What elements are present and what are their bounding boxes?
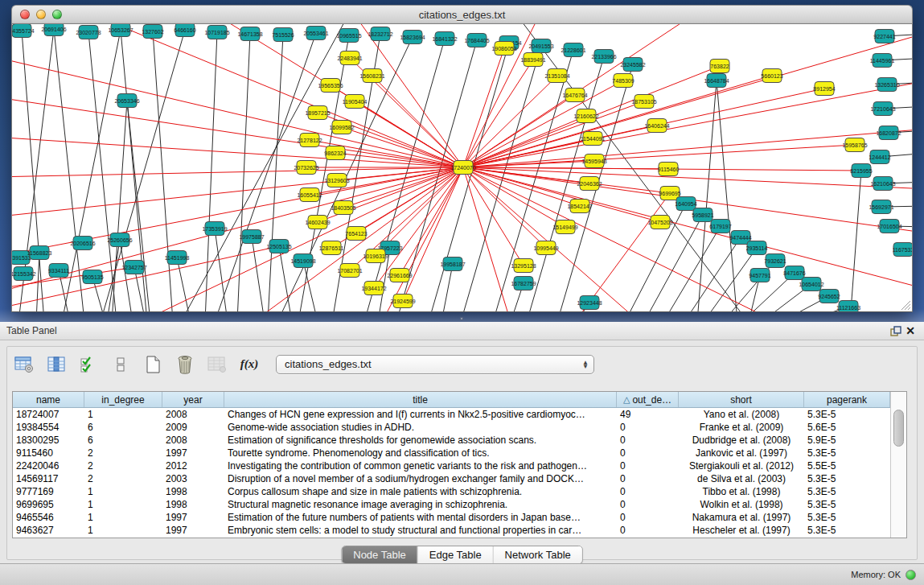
table-cell[interactable]: 1998 xyxy=(162,499,224,510)
table-cell[interactable]: 5.3E-5 xyxy=(804,473,890,484)
graph-node[interactable]: 10965515 xyxy=(336,29,361,43)
graph-node[interactable]: 18839491 xyxy=(520,53,545,67)
table-cell[interactable]: 2 xyxy=(84,473,162,484)
graph-node[interactable]: 11121663 xyxy=(836,301,860,312)
graph-node[interactable]: 21351084 xyxy=(544,69,569,83)
graph-node[interactable]: 17684405 xyxy=(464,34,489,47)
table-cell[interactable]: 1 xyxy=(84,409,162,420)
graph-node[interactable]: 23020778 xyxy=(76,26,101,39)
graph-node[interactable]: 20732625 xyxy=(294,161,318,175)
table-cell[interactable]: 0 xyxy=(617,486,679,497)
table-cell[interactable]: 0 xyxy=(617,447,679,459)
graph-edge[interactable] xyxy=(493,50,573,311)
graph-node[interactable]: 20653346 xyxy=(114,94,139,108)
table-row[interactable]: 977716911998Corpus callosum shape and si… xyxy=(13,485,890,498)
table-row[interactable]: 911546021997Tourette syndrome. Phenomeno… xyxy=(13,447,890,459)
table-cell[interactable]: 9115460 xyxy=(13,447,84,459)
graph-node[interactable]: 13129603 xyxy=(324,174,349,187)
graph-node[interactable]: 6466160 xyxy=(174,24,195,37)
table-cell[interactable]: Disruption of a novel member of a sodium… xyxy=(224,473,617,484)
column-header-title[interactable]: title xyxy=(224,392,617,407)
table-cell[interactable]: Genome-wide association studies in ADHD. xyxy=(224,422,617,433)
table-cell[interactable]: 0 xyxy=(617,435,679,446)
graph-node[interactable]: 16055412 xyxy=(297,188,322,202)
table-cell[interactable]: 6 xyxy=(84,422,162,433)
graph-node[interactable]: 15608231 xyxy=(359,69,384,83)
table-cell[interactable]: 1997 xyxy=(162,512,224,523)
graph-node[interactable]: 1327602 xyxy=(142,25,163,39)
table-cell[interactable]: Yano et al. (2008) xyxy=(679,409,804,420)
table-cell[interactable]: 2009 xyxy=(162,422,224,433)
graph-node[interactable]: 11544091 xyxy=(581,132,606,146)
table-cell[interactable]: 2 xyxy=(84,460,162,472)
graph-edge[interactable] xyxy=(88,32,117,311)
close-panel-icon[interactable]: ✕ xyxy=(903,324,918,337)
graph-node[interactable]: 11451998 xyxy=(165,251,190,265)
graph-node[interactable]: 17353919 xyxy=(202,222,227,236)
graph-node[interactable]: 9457791 xyxy=(749,269,770,282)
graph-node[interactable]: 20491553 xyxy=(528,39,553,53)
table-row[interactable]: 946554611997Estimation of the future num… xyxy=(13,511,890,524)
graph-node[interactable]: 15692971 xyxy=(869,200,893,214)
graph-node[interactable]: 10719185 xyxy=(204,26,229,39)
graph-node[interactable]: 1244412 xyxy=(869,150,890,164)
table-cell[interactable]: 5.3E-5 xyxy=(804,512,890,523)
graph-edge[interactable] xyxy=(112,101,127,311)
table-cell[interactable]: Tibbo et al. (1998) xyxy=(679,486,804,497)
graph-node[interactable]: 22133966 xyxy=(591,50,616,64)
column-header-indegree[interactable]: in_degree xyxy=(84,392,162,407)
table-cell[interactable]: 9463627 xyxy=(13,525,84,536)
graph-node[interactable]: 11445961 xyxy=(870,54,895,68)
graph-node[interactable]: 15958765 xyxy=(842,138,867,152)
graph-node[interactable]: 19975887 xyxy=(239,230,264,244)
graph-node[interactable]: 22483941 xyxy=(337,51,362,65)
graph-node[interactable]: 21278122 xyxy=(297,134,322,147)
graph-edge[interactable] xyxy=(644,215,703,311)
table-cell[interactable]: 0 xyxy=(617,512,679,523)
graph-edge[interactable] xyxy=(205,32,217,311)
table-cell[interactable]: Estimation of significance thresholds fo… xyxy=(224,435,617,446)
table-cell[interactable]: 0 xyxy=(617,473,679,484)
graph-edge[interactable] xyxy=(268,35,283,311)
graph-node[interactable]: 1167533 xyxy=(893,243,912,257)
table-cell[interactable]: Stergiakouli et al. (2012) xyxy=(679,460,804,472)
table-cell[interactable]: 0 xyxy=(617,460,679,472)
table-cell[interactable]: de Silva et al. (2003) xyxy=(679,473,804,484)
table-cell[interactable]: 2003 xyxy=(162,473,224,484)
table-cell[interactable]: 2008 xyxy=(162,435,224,446)
table-cell[interactable]: 5.9E-5 xyxy=(804,435,890,446)
graph-node[interactable]: 11905404 xyxy=(343,95,368,109)
graph-node[interactable]: 5660123 xyxy=(761,69,782,83)
graph-node[interactable]: 16210643 xyxy=(870,177,895,191)
table-cell[interactable]: 5.5E-5 xyxy=(804,460,890,472)
graph-node[interactable]: 12342757 xyxy=(121,261,146,274)
graph-node[interactable]: 9862324 xyxy=(324,146,346,160)
table-cell[interactable]: 0 xyxy=(617,525,679,536)
table-cell[interactable]: 1997 xyxy=(162,525,224,536)
graph-node[interactable]: 16820872 xyxy=(876,126,901,140)
column-header-pagerank[interactable]: pagerank xyxy=(804,392,890,407)
table-row[interactable]: 1456911722003Disruption of a novel membe… xyxy=(13,472,890,485)
table-row[interactable]: 969969511998Structural magnetic resonanc… xyxy=(13,498,890,511)
column-header-short[interactable]: short xyxy=(679,392,804,407)
graph-node[interactable]: 22961669 xyxy=(387,269,412,282)
table-cell[interactable]: 2008 xyxy=(162,409,224,420)
graph-node[interactable]: 7485309 xyxy=(612,74,634,88)
graph-edge[interactable] xyxy=(12,97,463,167)
table-cell[interactable]: 2 xyxy=(84,447,162,459)
graph-node[interactable]: 19344172 xyxy=(361,282,386,295)
graph-node[interactable]: 18957215 xyxy=(305,106,330,120)
graph-node[interactable]: 11568823 xyxy=(27,246,52,260)
graph-edge[interactable] xyxy=(12,167,463,177)
graph-node[interactable]: 23245582 xyxy=(620,58,645,72)
column-header-year[interactable]: year xyxy=(162,392,224,407)
graph-node[interactable]: 13295128 xyxy=(511,259,536,273)
table-cell[interactable]: 14569117 xyxy=(13,473,84,484)
graph-node[interactable]: 17082701 xyxy=(337,264,362,278)
graph-node[interactable]: 12923448 xyxy=(577,296,602,310)
graph-node[interactable]: 19958187 xyxy=(440,257,465,271)
graph-node[interactable]: 8471676 xyxy=(783,266,805,280)
table-cell[interactable]: 22420046 xyxy=(13,460,84,472)
graph-node[interactable]: 14671358 xyxy=(237,27,262,41)
graph-node[interactable]: 10475203 xyxy=(647,216,672,229)
